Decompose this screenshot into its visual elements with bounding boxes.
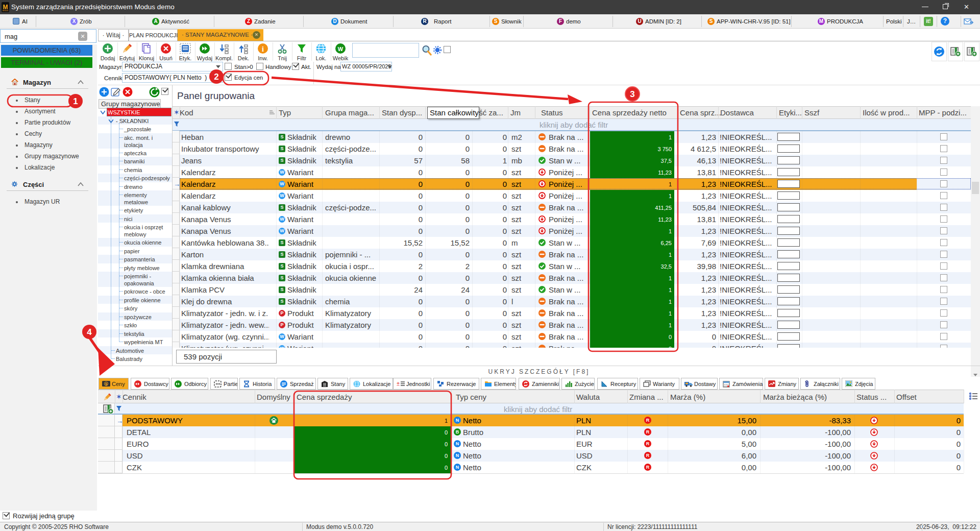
svg-text:N: N: [456, 418, 459, 423]
svg-text:R: R: [646, 418, 650, 423]
svg-text:B: B: [456, 429, 459, 435]
svg-text:R: R: [646, 441, 650, 446]
svg-text:N: N: [456, 441, 459, 446]
svg-text:R: R: [646, 429, 650, 435]
svg-text:N: N: [456, 453, 459, 458]
svg-text:N: N: [456, 465, 459, 470]
svg-text:R: R: [646, 465, 650, 470]
svg-text:R: R: [646, 453, 650, 458]
